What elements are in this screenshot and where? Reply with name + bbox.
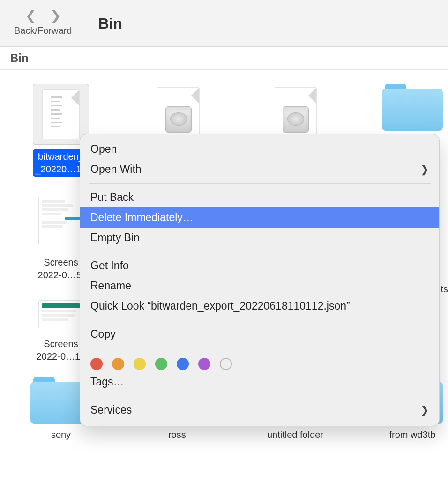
menu-copy[interactable]: Copy xyxy=(80,324,439,344)
menu-separator xyxy=(89,183,431,184)
menu-rename[interactable]: Rename xyxy=(80,276,439,296)
menu-empty-bin[interactable]: Empty Bin xyxy=(80,228,439,248)
menu-tag-colors xyxy=(80,352,439,372)
menu-open-with[interactable]: Open With ❯ xyxy=(80,159,439,179)
menu-tags[interactable]: Tags… xyxy=(80,372,439,392)
tag-orange[interactable] xyxy=(112,358,124,370)
window-title: Bin xyxy=(98,15,122,32)
chevron-right-icon: ❯ xyxy=(420,163,429,176)
tag-blue[interactable] xyxy=(177,358,189,370)
truncated-edge-label: ts xyxy=(441,284,448,295)
folder-label: untitled folder xyxy=(267,429,323,441)
location-title: Bin xyxy=(10,52,29,64)
menu-put-back[interactable]: Put Back xyxy=(80,187,439,207)
menu-open[interactable]: Open xyxy=(80,139,439,159)
toolbar: ❮ ❯ Back/Forward Bin xyxy=(0,0,448,47)
menu-delete-immediately[interactable]: Delete Immediately… xyxy=(80,207,439,228)
forward-button[interactable]: ❯ xyxy=(50,9,61,22)
chevron-right-icon: ❯ xyxy=(420,404,429,416)
menu-separator xyxy=(89,348,431,348)
file-label: Screens 2022-0…5. xyxy=(38,256,84,281)
folder-icon xyxy=(382,84,443,131)
tag-none[interactable] xyxy=(220,358,232,370)
tag-yellow[interactable] xyxy=(134,358,146,370)
tag-purple[interactable] xyxy=(198,358,210,370)
tag-green[interactable] xyxy=(155,358,167,370)
menu-separator xyxy=(89,320,431,320)
nav-label: Back/Forward xyxy=(14,25,72,36)
menu-services[interactable]: Services ❯ xyxy=(80,400,439,420)
context-menu: Open Open With ❯ Put Back Delete Immedia… xyxy=(80,134,440,426)
menu-separator xyxy=(89,252,431,252)
location-bar: Bin xyxy=(0,47,448,70)
menu-quick-look[interactable]: Quick Look “bitwarden_export_20220618110… xyxy=(80,296,439,316)
folder-label: from wd3tb xyxy=(389,429,436,441)
menu-get-info[interactable]: Get Info xyxy=(80,256,439,276)
nav-group: ❮ ❯ Back/Forward xyxy=(14,9,72,36)
back-button[interactable]: ❮ xyxy=(25,9,36,22)
folder-label: rossi xyxy=(168,429,188,441)
folder-label: sony xyxy=(51,429,71,441)
menu-separator xyxy=(89,396,431,396)
file-label: Screens 2022-0…17 xyxy=(37,338,86,363)
tag-red[interactable] xyxy=(90,358,103,370)
file-thumbnail-document xyxy=(33,84,89,145)
